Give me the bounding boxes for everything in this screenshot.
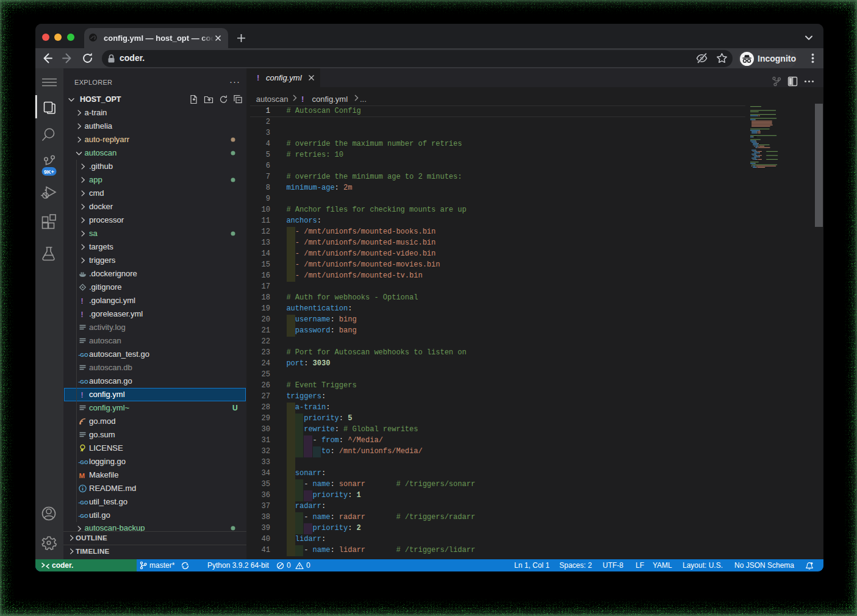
svg-text:M: M bbox=[79, 472, 85, 479]
svg-text:9K+: 9K+ bbox=[44, 169, 54, 175]
